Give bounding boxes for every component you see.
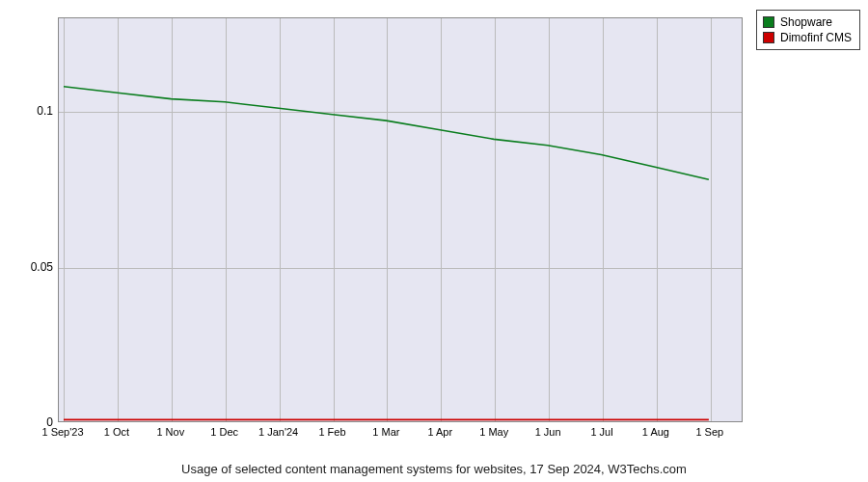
x-tick-label: 1 Oct [104,426,129,438]
legend-item: Shopware [763,14,852,30]
x-tick-label: 1 Jan'24 [258,426,298,438]
plot-area [58,17,743,422]
x-tick-label: 1 Sep [695,426,723,438]
x-tick-label: 1 Jul [590,426,612,438]
legend-swatch-dimofinf [763,32,774,43]
x-tick-label: 1 Mar [372,426,399,438]
x-tick-label: 1 Jun [535,426,561,438]
chart-caption: Usage of selected content management sys… [0,462,868,476]
x-tick-label: 1 Feb [318,426,345,438]
legend: Shopware Dimofinf CMS [756,10,860,50]
y-tick-label: 0.05 [14,260,53,274]
x-tick-label: 1 Aug [642,426,669,438]
x-tick-label: 1 Nov [156,426,184,438]
legend-label: Shopware [780,14,832,30]
legend-label: Dimofinf CMS [780,30,852,45]
series-line-shopware [64,87,709,179]
x-tick-label: 1 Dec [210,426,238,438]
y-tick-label: 0.1 [14,104,53,118]
chart-lines [59,18,742,421]
legend-swatch-shopware [763,16,774,28]
x-tick-label: 1 May [479,426,508,438]
x-tick-label: 1 Sep'23 [41,426,83,438]
legend-item: Dimofinf CMS [763,30,852,45]
x-tick-label: 1 Apr [427,426,452,438]
chart-container: 0 0.05 0.1 1 Sep'23 1 Oct 1 Nov 1 Dec 1 … [10,10,752,453]
